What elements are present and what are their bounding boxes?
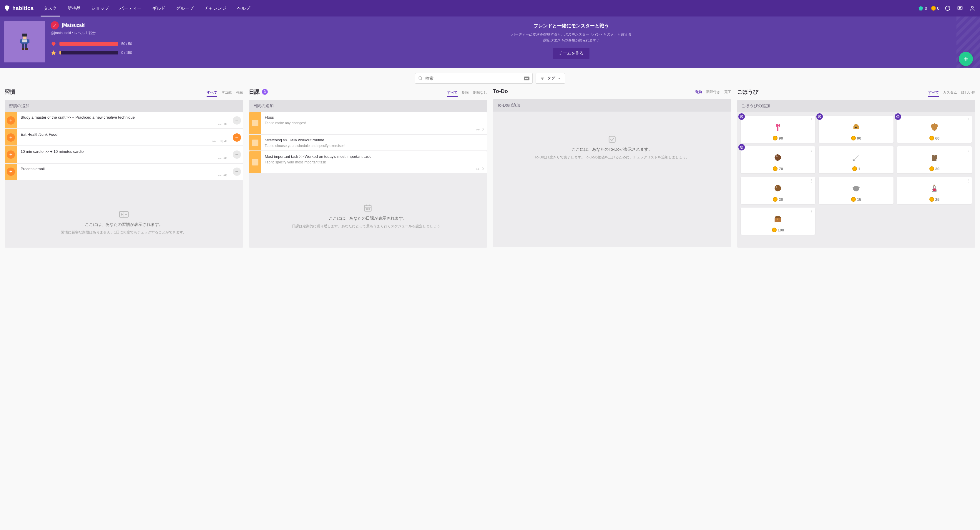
habits-filters-0[interactable]: すべて (207, 90, 217, 97)
coin-icon (852, 166, 857, 171)
coin-icon (851, 136, 856, 140)
card-menu[interactable]: ⋮ (810, 118, 813, 121)
logo[interactable]: habitica (3, 5, 33, 12)
card-menu[interactable]: ⋮ (888, 179, 892, 183)
reward-price: 90 (779, 136, 783, 140)
reward-card[interactable]: ⋮90 (741, 116, 816, 143)
reward-icon (929, 182, 940, 194)
daily-task[interactable]: FlossTap to make any changes!▸▸0 (249, 112, 487, 134)
dailies-column: 日課 3 すべて期限期限なし 日間の追加 FlossTap to make an… (249, 88, 487, 247)
habit-plus[interactable]: + (5, 146, 17, 163)
habit-counter: +0 | -0 (218, 139, 227, 143)
nav-item-0[interactable]: タスク (38, 0, 62, 16)
search-input[interactable] (425, 76, 524, 81)
card-menu[interactable]: ⋮ (810, 148, 813, 152)
rewards-filters-2[interactable]: ほしい物 (961, 90, 975, 97)
rewards-filters: すべてカスタムほしい物 (928, 90, 975, 97)
card-menu[interactable]: ⋮ (810, 179, 813, 183)
habit-minus[interactable]: − (231, 112, 243, 128)
svg-rect-10 (28, 40, 29, 43)
toolbar: ••• タグ (0, 68, 980, 86)
daily-task[interactable]: Most important task >> Worked on today's… (249, 151, 487, 173)
avatar-box[interactable] (4, 21, 45, 62)
habit-task[interactable]: +Process email▸▸+0− (5, 164, 243, 180)
add-daily-input[interactable]: 日間の追加 (249, 100, 487, 112)
habit-plus[interactable]: + (5, 129, 17, 145)
reward-card[interactable]: ⋮15 (819, 177, 894, 204)
search-box[interactable]: ••• (415, 73, 533, 84)
daily-checkbox[interactable] (249, 135, 261, 150)
svg-rect-9 (20, 40, 22, 43)
notifications-button[interactable] (956, 4, 964, 12)
forward-icon: ▸▸ (476, 127, 480, 131)
coin-icon (931, 6, 936, 11)
habit-task[interactable]: +10 min cardio >> + 10 minutes cardio▸▸+… (5, 146, 243, 163)
tag-filter[interactable]: タグ (536, 73, 565, 84)
habits-filters-1[interactable]: ザコ敵 (221, 90, 232, 97)
gold-value: 0 (937, 6, 939, 11)
coin-icon (851, 197, 856, 202)
reward-icon (772, 152, 784, 163)
habits-empty: ここには、あなたの習慣が表示されます。 習慣に厳密な期限はありません。1日に何度… (5, 181, 243, 241)
nav-item-1[interactable]: 所持品 (62, 0, 86, 16)
nav-item-6[interactable]: チャレンジ (199, 0, 232, 16)
svg-rect-6 (23, 37, 27, 39)
add-todo-input[interactable]: To-Doの追加 (493, 99, 731, 112)
add-reward-input[interactable]: ごほうびの追加 (737, 100, 975, 112)
habit-task[interactable]: +Eat Health/Junk Food▸▸+0 | -0− (5, 129, 243, 145)
card-menu[interactable]: ⋮ (888, 118, 892, 121)
habit-task[interactable]: +Study a master of the craft >> + Practi… (5, 112, 243, 128)
coin-icon (773, 197, 778, 202)
habit-plus[interactable]: + (5, 164, 17, 180)
dailies-filters-2[interactable]: 期限なし (473, 90, 487, 97)
card-menu[interactable]: ⋮ (966, 148, 970, 152)
habit-minus[interactable]: − (231, 164, 243, 180)
reward-card[interactable]: ⋮20 (741, 177, 816, 204)
party-title: フレンドと一緒にモンスターと戦う (168, 23, 974, 29)
brand-text: habitica (12, 5, 33, 11)
nav-item-2[interactable]: ショップ (86, 0, 114, 16)
nav-item-4[interactable]: ギルド (147, 0, 171, 16)
reward-card[interactable]: ⋮70 (741, 146, 816, 173)
gold-count[interactable]: 0 (931, 6, 939, 11)
svg-rect-39 (855, 127, 856, 128)
reward-card[interactable]: ⋮60 (897, 116, 972, 143)
todos-filters-1[interactable]: 期限付き (706, 89, 720, 96)
rewards-filters-0[interactable]: すべて (928, 90, 939, 97)
habits-filters-2[interactable]: 強敵 (236, 90, 243, 97)
reward-card[interactable]: ⋮90 (819, 116, 894, 143)
todos-list: ここには、あなたのTo-Doが表示されます。 To-Doは1度きりで完了します。… (493, 112, 731, 247)
reward-card[interactable]: ⋮100 (741, 208, 816, 235)
habit-plus[interactable]: + (5, 112, 17, 128)
gem-count[interactable]: 0 (918, 6, 927, 11)
rewards-filters-1[interactable]: カスタム (943, 90, 957, 97)
daily-checkbox[interactable] (249, 112, 261, 134)
todos-filters-2[interactable]: 完了 (724, 89, 731, 96)
card-menu[interactable]: ⋮ (888, 148, 892, 152)
card-menu[interactable]: ⋮ (966, 118, 970, 121)
profile-button[interactable] (968, 4, 977, 12)
sync-button[interactable] (943, 4, 952, 12)
card-menu[interactable]: ⋮ (966, 179, 970, 183)
daily-task[interactable]: Stretching >> Daily workout routineTap t… (249, 135, 487, 150)
todos-filters-0[interactable]: 有効 (695, 89, 702, 96)
card-menu[interactable]: ⋮ (810, 209, 813, 214)
nav-item-7[interactable]: ヘルプ (232, 0, 255, 16)
daily-checkbox[interactable] (249, 151, 261, 173)
nav-item-3[interactable]: パーティー (114, 0, 147, 16)
svg-point-46 (775, 185, 781, 191)
create-team-button[interactable]: チームを作る (553, 48, 589, 59)
dailies-filters-0[interactable]: すべて (447, 90, 458, 97)
reward-card[interactable]: ⋮25 (897, 177, 972, 204)
habit-counter: +0 (223, 173, 227, 177)
svg-rect-12 (25, 43, 27, 48)
add-habit-input[interactable]: 習慣の追加 (5, 100, 243, 112)
dailies-filters-1[interactable]: 期限 (462, 90, 469, 97)
message-icon (957, 5, 963, 11)
habit-minus[interactable]: − (231, 146, 243, 163)
reward-card[interactable]: ⋮30 (897, 146, 972, 173)
add-task-fab[interactable] (959, 52, 973, 66)
reward-card[interactable]: ⋮1 (819, 146, 894, 173)
nav-item-5[interactable]: グループ (171, 0, 199, 16)
habit-minus[interactable]: − (231, 129, 243, 145)
